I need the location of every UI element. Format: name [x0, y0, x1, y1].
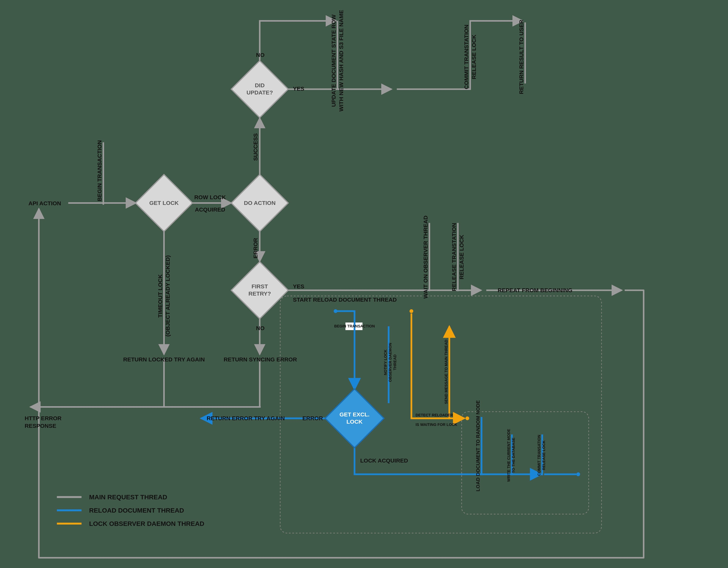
- label-release-1: RELEASE TRANSTATION: [451, 223, 457, 292]
- node-get-excl-l2: LOCK: [347, 419, 363, 425]
- label-begin-tx: BEGIN TRANSACTION: [96, 140, 103, 201]
- label-return-locked: RETURN LOCKED TRY AGAIN: [123, 356, 205, 363]
- label-error-1: ERROR: [252, 238, 259, 258]
- node-get-lock-label: GET LOCK: [149, 200, 179, 206]
- label-release-2: RELEASE LOCK: [458, 235, 465, 279]
- label-notify-1: NOTIFY LOCK: [383, 350, 388, 375]
- edge-didupdate-no: [260, 21, 336, 60]
- node-do-action: DO ACTION: [231, 174, 288, 231]
- label-detect-1: DETECT RELOADER: [416, 413, 453, 417]
- label-timeout-2: (OBJECT ALREADY LOCKED): [165, 255, 171, 337]
- label-detect-2: IS WAITING FOR LOCK: [416, 423, 457, 427]
- label-start-reload: START RELOAD DOCUMENT THREAD: [293, 297, 397, 303]
- label-notify-3: THREAD: [393, 355, 397, 370]
- edge-repeat-loop: [39, 209, 644, 558]
- label-yes-1: YES: [293, 86, 304, 92]
- observer-end-dot: [465, 417, 469, 420]
- legend-main: MAIN REQUEST THREAD: [89, 493, 167, 501]
- node-did-update-l2: UPDATE?: [246, 89, 273, 96]
- node-get-excl-lock: GET EXCL. LOCK: [325, 389, 384, 448]
- label-begin-tx2: BEGIN TRANSACTION: [334, 324, 375, 328]
- legend-observer: LOCK OBSERVER DAEMON THREAD: [89, 520, 204, 527]
- label-writedb-1: WRITE THE CURRENT MODE: [507, 429, 511, 482]
- label-http-1: HTTP ERROR: [25, 415, 62, 421]
- label-api-action: API ACTION: [28, 200, 61, 206]
- node-first-retry-l1: FIRST: [252, 283, 268, 290]
- label-update-row-2: WITH NEW HASH AND S3 FILE NAME: [338, 10, 344, 111]
- svg-marker-2: [231, 61, 288, 118]
- edge-locked-to-http: [30, 360, 164, 407]
- node-did-update: DID UPDATE?: [231, 61, 288, 118]
- legend: MAIN REQUEST THREAD RELOAD DOCUMENT THRE…: [57, 493, 204, 527]
- label-row-lock-2: ACQUIRED: [195, 206, 225, 213]
- observer-start-dot: [409, 309, 413, 313]
- svg-marker-3: [231, 262, 288, 319]
- label-wait-observer: WAIT ON OBSERVER THREAD: [422, 215, 429, 299]
- label-load-random: LOAD DOCUMENT TO RANDOM NODE: [475, 400, 481, 492]
- label-no-1: NO: [256, 52, 265, 58]
- node-do-action-label: DO ACTION: [244, 200, 275, 206]
- label-commit-2: RELEASE LOCK: [471, 35, 477, 79]
- edge-orange-main: [411, 314, 464, 418]
- label-commit2-2: RELEASE LOCK: [542, 440, 546, 470]
- label-success: SUCCESS: [252, 133, 259, 161]
- label-commit-1: COMMIT TRANSTATION: [463, 25, 469, 89]
- node-get-lock: GET LOCK: [136, 174, 192, 231]
- label-lock-acquired: LOCK ACQUIRED: [360, 457, 408, 464]
- node-get-excl-l1: GET EXCL.: [340, 411, 369, 418]
- node-first-retry-l2: RETRY?: [249, 291, 271, 297]
- label-timeout-1: TIMEOUT LOCK: [157, 274, 163, 318]
- label-error-2: ERROR: [302, 415, 323, 421]
- label-repeat: REPEAT FROM BEGINNING: [498, 287, 572, 293]
- label-update-row-1: UPDATE DOCUMENT STATE ROW: [330, 14, 337, 107]
- edge-yes-to-commit-return: [397, 21, 523, 89]
- label-return-syncing: RETURN SYNCING ERROR: [224, 356, 297, 363]
- label-http-2: RESPONSE: [25, 423, 56, 429]
- reload-thread-end-dot: [576, 472, 580, 476]
- label-no-2: NO: [256, 325, 265, 331]
- label-return-user: RETURN RESULT TO USER: [518, 20, 524, 94]
- label-yes-2: YES: [293, 283, 304, 290]
- legend-reload: RELOAD DOCUMENT THREAD: [89, 507, 184, 514]
- label-writedb-2: TO THE DATABASE: [511, 438, 515, 473]
- svg-marker-4: [325, 389, 384, 448]
- label-commit2-1: COMMIT TRANSATION: [537, 435, 541, 476]
- node-first-retry: FIRST RETRY?: [231, 262, 288, 319]
- node-did-update-l1: DID: [255, 82, 265, 88]
- label-return-err-try: RETURN ERROR TRY AGAIN: [207, 415, 285, 421]
- label-notify-2: OBSERVER DAEMON: [388, 343, 392, 382]
- label-send-msg: SEND MESSAGE TO MAIN THREAD: [444, 340, 448, 404]
- label-row-lock-1: ROW LOCK: [194, 194, 226, 200]
